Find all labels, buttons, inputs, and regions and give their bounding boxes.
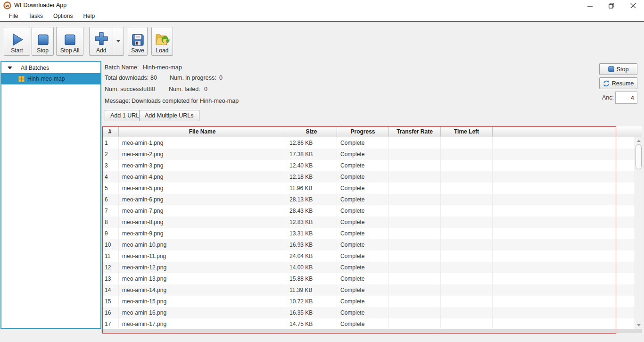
batch-stop-button[interactable]: Stop bbox=[599, 63, 637, 75]
message-label: Message: bbox=[105, 98, 130, 104]
scroll-down-button[interactable] bbox=[635, 322, 642, 329]
table-cell: Complete bbox=[337, 217, 389, 228]
table-cell: 8 bbox=[101, 217, 119, 228]
table-cell: meo-amin-12.png bbox=[119, 262, 286, 273]
play-icon bbox=[10, 33, 24, 47]
sidebar-item-all-batches[interactable]: All Batches bbox=[1, 62, 100, 73]
floppy-icon bbox=[131, 33, 145, 47]
anc-input[interactable] bbox=[615, 92, 637, 104]
load-button[interactable]: Load bbox=[151, 27, 173, 56]
table-row[interactable]: 14meo-amin-14.png11.39 KBComplete bbox=[101, 284, 635, 296]
table-cell: Complete bbox=[337, 250, 389, 262]
table-row[interactable]: 9meo-amin-9.png13.31 KBComplete bbox=[101, 228, 635, 239]
table-cell bbox=[389, 318, 441, 329]
close-button[interactable] bbox=[626, 1, 640, 10]
table-cell: 2 bbox=[101, 149, 119, 160]
table-cell bbox=[389, 273, 441, 284]
batch-resume-button[interactable]: Resume bbox=[599, 77, 637, 89]
table-row[interactable]: 8meo-amin-8.png12.83 KBComplete bbox=[101, 217, 635, 228]
table-cell: meo-amin-10.png bbox=[119, 239, 286, 250]
table-row[interactable]: 1meo-amin-1.png12.86 KBComplete bbox=[101, 137, 635, 149]
scroll-up-button[interactable] bbox=[635, 137, 642, 144]
table-row[interactable]: 16meo-amin-16.png16.35 KBComplete bbox=[101, 307, 635, 318]
table-cell-filler bbox=[493, 262, 635, 273]
maximize-restore-button[interactable] bbox=[604, 1, 619, 10]
column-header-file-name[interactable]: File Name bbox=[119, 126, 286, 137]
menu-options[interactable]: Options bbox=[48, 11, 78, 21]
table-cell: meo-amin-7.png bbox=[119, 205, 286, 217]
sidebar-item-batch[interactable]: Hinh-meo-map bbox=[1, 73, 100, 84]
downloads-table: # File Name Size Progress Transfer Rate … bbox=[101, 126, 642, 333]
column-header-number[interactable]: # bbox=[101, 126, 119, 137]
table-cell-filler bbox=[493, 273, 635, 284]
column-header-progress[interactable]: Progress bbox=[337, 126, 389, 137]
table-cell bbox=[441, 318, 493, 329]
scrollbar-thumb[interactable] bbox=[636, 144, 642, 169]
column-header-time-left[interactable]: Time Left bbox=[441, 126, 493, 137]
minimize-button[interactable] bbox=[583, 1, 597, 10]
add-dropdown-button[interactable] bbox=[113, 27, 124, 55]
table-cell: meo-amin-1.png bbox=[119, 137, 286, 149]
table-row[interactable]: 6meo-amin-6.png28.13 KBComplete bbox=[101, 194, 635, 205]
add-button[interactable]: Add bbox=[90, 27, 113, 55]
table-cell: 16.35 KB bbox=[286, 307, 337, 318]
load-label: Load bbox=[156, 48, 169, 54]
table-cell bbox=[441, 284, 493, 296]
table-cell bbox=[389, 183, 441, 194]
table-row[interactable]: 5meo-amin-5.png11.96 KBComplete bbox=[101, 183, 635, 194]
stop-label: Stop bbox=[37, 48, 49, 54]
table-cell-filler bbox=[493, 171, 635, 183]
menu-tasks[interactable]: Tasks bbox=[23, 11, 48, 21]
table-cell bbox=[389, 228, 441, 239]
total-downloads-label: Total downloads: bbox=[105, 75, 149, 81]
window-title: WFDownloader App bbox=[14, 2, 66, 8]
table-cell: Complete bbox=[337, 284, 389, 296]
save-button[interactable]: Save bbox=[128, 27, 148, 56]
table-cell bbox=[389, 160, 441, 171]
table-row[interactable]: 4meo-amin-4.png12.18 KBComplete bbox=[101, 171, 635, 183]
menu-file[interactable]: File bbox=[4, 11, 23, 21]
table-row[interactable]: 2meo-amin-2.png17.38 KBComplete bbox=[101, 149, 635, 160]
table-cell: 11.96 KB bbox=[286, 183, 337, 194]
start-button[interactable]: Start bbox=[4, 27, 30, 56]
table-cell: meo-amin-15.png bbox=[119, 296, 286, 307]
num-successful-label: Num. successful: bbox=[105, 86, 149, 92]
column-header-transfer-rate[interactable]: Transfer Rate bbox=[389, 126, 441, 137]
table-cell bbox=[441, 228, 493, 239]
batch-stop-label: Stop bbox=[617, 66, 629, 73]
table-cell: meo-amin-5.png bbox=[119, 183, 286, 194]
stop-button[interactable]: Stop bbox=[32, 27, 54, 56]
table-row[interactable]: 11meo-amin-11.png24.04 KBComplete bbox=[101, 250, 635, 262]
table-cell-filler bbox=[493, 307, 635, 318]
table-body: 1meo-amin-1.png12.86 KBComplete2meo-amin… bbox=[101, 137, 635, 329]
table-cell: Complete bbox=[337, 239, 389, 250]
table-cell-filler bbox=[493, 318, 635, 329]
table-cell bbox=[441, 262, 493, 273]
vertical-scrollbar[interactable] bbox=[635, 137, 642, 329]
table-row[interactable]: 7meo-amin-7.png28.43 KBComplete bbox=[101, 205, 635, 217]
num-in-progress-label: Num. in progress: bbox=[170, 75, 216, 81]
add-multiple-urls-button[interactable]: Add Multiple URLs bbox=[139, 110, 199, 121]
table-row[interactable]: 12meo-amin-12.png14.00 KBComplete bbox=[101, 262, 635, 273]
table-row[interactable]: 13meo-amin-13.png15.88 KBComplete bbox=[101, 273, 635, 284]
table-cell bbox=[389, 217, 441, 228]
chevron-up-icon bbox=[637, 140, 641, 142]
tree-expand-icon[interactable] bbox=[8, 67, 12, 69]
column-header-size[interactable]: Size bbox=[286, 126, 337, 137]
num-successful-value: 80 bbox=[149, 86, 155, 92]
stop-all-button[interactable]: Stop All bbox=[56, 27, 83, 56]
table-cell: meo-amin-17.png bbox=[119, 318, 286, 329]
table-cell bbox=[441, 137, 493, 149]
table-cell bbox=[441, 307, 493, 318]
table-row[interactable]: 17meo-amin-17.png14.75 KBComplete bbox=[101, 318, 635, 329]
menu-help[interactable]: Help bbox=[78, 11, 100, 21]
table-cell bbox=[389, 194, 441, 205]
table-cell: Complete bbox=[337, 149, 389, 160]
table-cell bbox=[441, 171, 493, 183]
table-row[interactable]: 15meo-amin-15.png10.72 KBComplete bbox=[101, 296, 635, 307]
table-row[interactable]: 10meo-amin-10.png16.93 KBComplete bbox=[101, 239, 635, 250]
table-row[interactable]: 3meo-amin-3.png12.40 KBComplete bbox=[101, 160, 635, 171]
horizontal-scrollbar[interactable] bbox=[101, 329, 642, 333]
table-cell: 12.18 KB bbox=[286, 171, 337, 183]
table-cell bbox=[389, 250, 441, 262]
